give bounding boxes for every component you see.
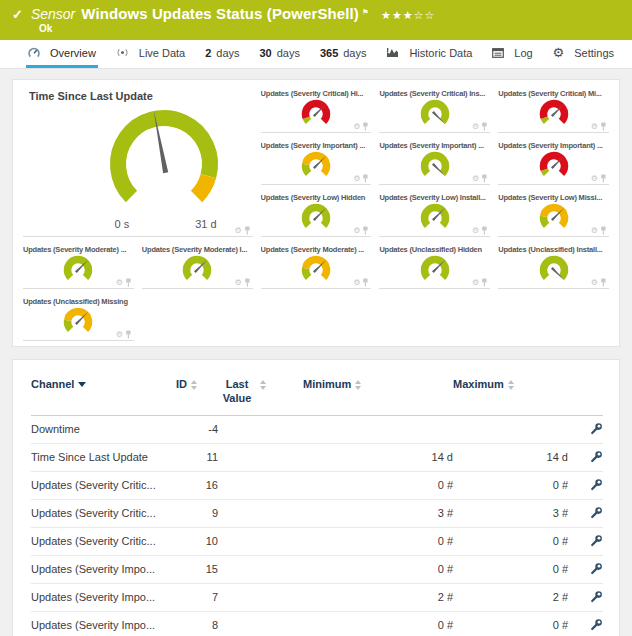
tab-settings[interactable]: ⚙ Settings <box>551 40 616 68</box>
col-header-minimum[interactable]: Minimum <box>303 366 453 415</box>
table-row[interactable]: Downtime -4 <box>31 415 603 443</box>
table-row[interactable]: Updates (Severity Impo... 8 0 # 0 # <box>31 611 603 636</box>
gauge-panel[interactable]: Updates (Severity Critical) Hi... ⚙ <box>261 86 372 138</box>
tab-365-days[interactable]: 365 days <box>318 40 369 68</box>
edit-channel-wrench-icon[interactable] <box>590 478 603 493</box>
gauge-panel[interactable]: Updates (Severity Moderate) I... ⚙ <box>142 242 253 294</box>
maximum-cell: 0 # <box>453 471 568 499</box>
tab-2-days[interactable]: 2 days <box>203 40 241 68</box>
edit-channel-wrench-icon[interactable] <box>590 590 603 605</box>
gauge-panel[interactable]: Updates (Severity Important) ... ⚙ <box>261 138 372 190</box>
last-value-cell <box>218 415 303 443</box>
channel-gauge <box>534 255 574 283</box>
edit-channel-wrench-icon[interactable] <box>590 562 603 577</box>
edit-channel-wrench-icon[interactable] <box>590 422 603 437</box>
gauge-settings-gear-icon[interactable]: ⚙ <box>591 279 598 287</box>
gauge-settings-gear-icon[interactable]: ⚙ <box>234 227 241 235</box>
pin-icon[interactable] <box>600 174 607 183</box>
channel-name-cell[interactable]: Updates (Severity Critic... <box>31 527 176 555</box>
pin-icon[interactable] <box>362 226 369 235</box>
channel-name-cell[interactable]: Updates (Severity Impo... <box>31 555 176 583</box>
tab-label: Overview <box>50 47 96 59</box>
gauge-panel[interactable]: Updates (Unclassified) Hidden ⚙ <box>379 242 490 294</box>
gauge-settings-gear-icon[interactable]: ⚙ <box>591 123 598 131</box>
priority-stars[interactable]: ★★★☆☆ <box>381 9 435 22</box>
maximum-cell: 0 # <box>453 527 568 555</box>
pin-icon[interactable] <box>600 226 607 235</box>
col-header-maximum[interactable]: Maximum <box>453 366 568 415</box>
table-row[interactable]: Updates (Severity Critic... 16 0 # 0 # <box>31 471 603 499</box>
table-row[interactable]: Updates (Severity Impo... 15 0 # 0 # <box>31 555 603 583</box>
gauge-settings-gear-icon[interactable]: ⚙ <box>353 279 360 287</box>
gauge-panel[interactable]: Updates (Severity Low) Hidden ⚙ <box>261 190 372 242</box>
gauge-min-label: 0 s <box>115 218 130 230</box>
pin-icon[interactable] <box>481 174 488 183</box>
pin-icon[interactable] <box>600 278 607 287</box>
pin-icon[interactable] <box>125 278 132 287</box>
tab-label: Settings <box>574 47 614 59</box>
pin-icon[interactable] <box>362 174 369 183</box>
tab-log[interactable]: Log <box>490 40 534 68</box>
gauge-title: Updates (Severity Moderate) I... <box>142 242 253 254</box>
col-header-id[interactable]: ID <box>176 366 218 415</box>
gauge-settings-gear-icon[interactable]: ⚙ <box>116 331 123 339</box>
pin-icon[interactable] <box>244 278 251 287</box>
channel-gauge <box>534 99 574 127</box>
channel-name-cell[interactable]: Updates (Severity Critic... <box>31 499 176 527</box>
tab-overview[interactable]: Overview <box>26 40 98 68</box>
col-header-channel[interactable]: Channel <box>31 366 176 415</box>
edit-channel-wrench-icon[interactable] <box>590 450 603 465</box>
gauge-title: Time Since Last Update <box>23 86 253 102</box>
tab-historic-data[interactable]: Historic Data <box>384 40 474 68</box>
channel-name-cell[interactable]: Time Since Last Update <box>31 443 176 471</box>
gauge-settings-gear-icon[interactable]: ⚙ <box>591 227 598 235</box>
pin-icon[interactable] <box>481 122 488 131</box>
channel-name-cell[interactable]: Downtime <box>31 415 176 443</box>
channel-gauge <box>296 151 336 179</box>
tab-live-data[interactable]: Live Data <box>114 40 187 68</box>
edit-channel-wrench-icon[interactable] <box>590 618 603 633</box>
gauge-grid: Time Since Last Update 0 s 31 d ⚙ Update… <box>23 86 609 346</box>
gauge-settings-gear-icon[interactable]: ⚙ <box>472 279 479 287</box>
priority-flag-icon[interactable]: ⚑ <box>362 8 369 17</box>
edit-channel-wrench-icon[interactable] <box>590 534 603 549</box>
channel-name-cell[interactable]: Updates (Severity Critic... <box>31 471 176 499</box>
table-row[interactable]: Updates (Severity Impo... 7 2 # 2 # <box>31 583 603 611</box>
gauge-settings-gear-icon[interactable]: ⚙ <box>353 175 360 183</box>
gauge-panel[interactable]: Updates (Severity Important) ... ⚙ <box>379 138 490 190</box>
col-header-last-value[interactable]: Last Value <box>218 366 303 415</box>
gauge-settings-gear-icon[interactable]: ⚙ <box>472 175 479 183</box>
gauge-panel[interactable]: Updates (Unclassified) Install... ⚙ <box>498 242 609 294</box>
gauge-panel[interactable]: Updates (Severity Low) Missi... ⚙ <box>498 190 609 242</box>
gauge-settings-gear-icon[interactable]: ⚙ <box>472 123 479 131</box>
tab-30-days[interactable]: 30 days <box>257 40 302 68</box>
pin-icon[interactable] <box>362 278 369 287</box>
channel-name-cell[interactable]: Updates (Severity Impo... <box>31 583 176 611</box>
gauge-settings-gear-icon[interactable]: ⚙ <box>116 279 123 287</box>
gauge-panel[interactable]: Updates (Unclassified) Missing ⚙ <box>23 294 134 346</box>
gauge-panel[interactable]: Updates (Severity Low) Install... ⚙ <box>379 190 490 242</box>
channel-name-cell[interactable]: Updates (Severity Impo... <box>31 611 176 636</box>
pin-icon[interactable] <box>125 330 132 339</box>
pin-icon[interactable] <box>244 226 251 235</box>
gauge-settings-gear-icon[interactable]: ⚙ <box>234 279 241 287</box>
gauge-panel[interactable]: Updates (Severity Critical) Mi... ⚙ <box>498 86 609 138</box>
pin-icon[interactable] <box>481 278 488 287</box>
gauge-settings-gear-icon[interactable]: ⚙ <box>472 227 479 235</box>
pin-icon[interactable] <box>362 122 369 131</box>
gauge-panel[interactable]: Updates (Severity Moderate) ... ⚙ <box>261 242 372 294</box>
gauge-settings-gear-icon[interactable]: ⚙ <box>353 123 360 131</box>
table-row[interactable]: Time Since Last Update 11 14 d 14 d <box>31 443 603 471</box>
gauge-settings-gear-icon[interactable]: ⚙ <box>591 175 598 183</box>
table-row[interactable]: Updates (Severity Critic... 10 0 # 0 # <box>31 527 603 555</box>
gauge-panel[interactable]: Updates (Severity Moderate) ... ⚙ <box>23 242 134 294</box>
last-value-cell <box>218 527 303 555</box>
pin-icon[interactable] <box>600 122 607 131</box>
pin-icon[interactable] <box>481 226 488 235</box>
edit-channel-wrench-icon[interactable] <box>590 506 603 521</box>
gauge-settings-gear-icon[interactable]: ⚙ <box>353 227 360 235</box>
table-row[interactable]: Updates (Severity Critic... 9 3 # 3 # <box>31 499 603 527</box>
gauge-panel[interactable]: Updates (Severity Critical) Ins... ⚙ <box>379 86 490 138</box>
main-gauge-panel[interactable]: Time Since Last Update 0 s 31 d ⚙ <box>23 86 253 242</box>
gauge-panel[interactable]: Updates (Severity Important) ... ⚙ <box>498 138 609 190</box>
